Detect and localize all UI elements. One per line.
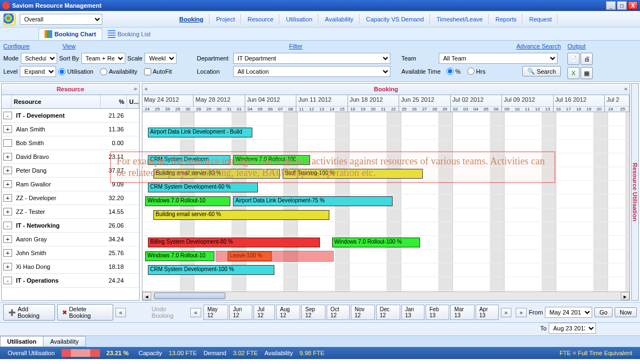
month-button[interactable]: Nov 12: [351, 305, 375, 320]
gantt-bar[interactable]: Staff Training-100 %: [283, 169, 423, 179]
expand-icon[interactable]: -: [3, 277, 12, 284]
tab-availability[interactable]: Availability: [43, 336, 86, 347]
output-link[interactable]: Output: [567, 43, 595, 49]
month-button[interactable]: May 12: [203, 305, 228, 320]
filter-link[interactable]: Filter: [197, 43, 395, 49]
scope-select[interactable]: Overall: [20, 14, 102, 25]
gantt-hscroll[interactable]: ◂ ▸: [142, 291, 630, 300]
loc-select[interactable]: All Location: [233, 66, 390, 77]
dept-select[interactable]: IT Department: [233, 53, 390, 64]
add-booking-button[interactable]: ➕Add Booking: [3, 304, 55, 321]
month-button[interactable]: Jun 12: [229, 305, 252, 320]
nav-request[interactable]: Request: [523, 14, 558, 25]
resource-row[interactable]: +Xi Hao Dong18.18: [2, 260, 139, 274]
col-resource[interactable]: Resource: [12, 95, 101, 108]
export-excel-icon[interactable]: X: [567, 67, 580, 79]
search-button[interactable]: 🔍Search: [522, 66, 561, 76]
expand-icon[interactable]: +: [3, 180, 12, 188]
advance-search-link[interactable]: Advance Search: [401, 43, 561, 49]
resource-utilisation-sidebar[interactable]: Resource Utilisation: [631, 83, 639, 301]
resource-row[interactable]: -IT - Networking26.06: [2, 219, 139, 233]
minimize-button[interactable]: _: [606, 1, 616, 10]
month-button[interactable]: Mar 13: [450, 305, 474, 320]
month-button[interactable]: Oct 12: [327, 305, 350, 320]
undo-booking[interactable]: Undo Booking: [152, 306, 189, 319]
gantt-bar[interactable]: Windows 7.0 Rollout-100: [233, 155, 310, 165]
nav-utilisation[interactable]: Utilisation: [280, 14, 318, 25]
scale-select[interactable]: Weekly: [145, 53, 176, 64]
month-button[interactable]: Feb 13: [426, 305, 449, 320]
gantt-bar[interactable]: Windows 7.0 Rollout-10: [145, 251, 214, 261]
level-select[interactable]: Expand Level: [20, 66, 56, 77]
view-link[interactable]: View: [63, 43, 76, 49]
scroll-left-icon[interactable]: ◂: [142, 292, 151, 300]
expand-icon[interactable]: +: [3, 208, 12, 216]
scroll-thumb[interactable]: [154, 293, 225, 299]
expand-icon[interactable]: +: [3, 167, 12, 174]
collapse-left-icon[interactable]: «: [145, 86, 148, 92]
gantt-bar[interactable]: Airport Data Link Development - Build: [148, 128, 252, 137]
expand-icon[interactable]: [3, 139, 12, 147]
gantt-bar[interactable]: [216, 251, 334, 262]
nav-availability[interactable]: Availability: [319, 14, 360, 25]
availability-radio[interactable]: Availability: [100, 68, 137, 75]
nav-capacity[interactable]: Capacity VS Demand: [361, 14, 430, 25]
scroll-right-icon[interactable]: ▸: [621, 292, 630, 300]
resource-row[interactable]: +Peter Dang37.27: [2, 164, 139, 178]
month-button[interactable]: Aug 12: [276, 305, 300, 320]
gantt-bar[interactable]: CRM System Development-100 %: [148, 265, 274, 275]
resource-row[interactable]: -IT - Operations24.24: [2, 274, 139, 288]
resource-row[interactable]: +Alan Smith11.36: [2, 123, 139, 136]
autofit-check[interactable]: AutoFit: [144, 68, 172, 75]
expand-icon[interactable]: -: [3, 222, 12, 229]
expand-icon[interactable]: -: [3, 112, 12, 119]
now-button[interactable]: Now: [615, 307, 637, 317]
nav-booking[interactable]: Booking: [174, 14, 209, 25]
nav-timesheet[interactable]: Timesheet/Leave: [431, 14, 489, 25]
nav-next2[interactable]: »: [516, 308, 527, 317]
month-button[interactable]: Jul 12: [253, 305, 275, 320]
team-select[interactable]: All Team: [439, 53, 558, 64]
gantt-bar[interactable]: Windows 7.0 Rollout-10: [145, 196, 230, 206]
resource-row[interactable]: +ZZ - Tester14.55: [2, 205, 139, 219]
gantt-bar[interactable]: CRM System Development-60 %: [148, 183, 258, 192]
expand-icon[interactable]: +: [3, 249, 12, 257]
sortby-select[interactable]: Team + Resource: [81, 53, 125, 64]
collapse-right-icon[interactable]: »: [134, 86, 137, 92]
col-u[interactable]: U...: [127, 95, 139, 108]
expand-icon[interactable]: +: [3, 125, 12, 133]
export-pdf-icon[interactable]: 📄: [567, 53, 580, 65]
mode-select[interactable]: Schedule: [21, 53, 57, 64]
print-icon[interactable]: 🖨: [581, 53, 593, 65]
close-button[interactable]: X: [628, 1, 638, 10]
resource-row[interactable]: +ZZ - Developer32.20: [2, 191, 139, 205]
tab-booking-chart[interactable]: Booking Chart: [38, 28, 102, 40]
nav-next[interactable]: »: [501, 308, 512, 317]
nav-prev2[interactable]: «: [115, 308, 126, 317]
resource-row[interactable]: +Aaron Gray34.24: [2, 233, 139, 246]
nav-prev[interactable]: «: [190, 308, 201, 317]
gantt-bar[interactable]: Building email server-80 %: [153, 169, 280, 179]
from-date[interactable]: May 24 2012: [545, 307, 592, 318]
month-button[interactable]: Sep 12: [301, 305, 325, 320]
month-button[interactable]: Apr 13: [476, 305, 499, 320]
expand-icon[interactable]: +: [3, 263, 12, 271]
resource-row[interactable]: -IT - Development21.26: [2, 109, 139, 123]
hrs-radio[interactable]: Hrs: [467, 68, 485, 75]
tab-booking-list[interactable]: Booking List: [102, 29, 156, 40]
tab-utilisation[interactable]: Utilisation: [0, 336, 43, 347]
expand-icon[interactable]: +: [3, 194, 12, 202]
maximize-button[interactable]: □: [617, 1, 627, 10]
collapse-right2-icon[interactable]: «: [624, 86, 627, 92]
resource-row[interactable]: +David Bravo23.11: [2, 150, 139, 164]
nav-project[interactable]: Project: [211, 14, 241, 25]
resource-row[interactable]: +John Smith25.76: [2, 246, 139, 260]
utilisation-radio[interactable]: Utilisation: [58, 68, 93, 75]
gantt-bar[interactable]: Airport Data Link Development-75 %: [233, 196, 393, 206]
expand-icon[interactable]: +: [3, 153, 12, 161]
col-pct[interactable]: %: [101, 95, 127, 108]
expand-icon[interactable]: +: [3, 235, 12, 243]
gantt-bar[interactable]: Building email server-60 %: [153, 210, 329, 220]
resource-row[interactable]: Bob Smith0.00: [2, 136, 139, 150]
month-button[interactable]: Dec 12: [376, 305, 400, 320]
